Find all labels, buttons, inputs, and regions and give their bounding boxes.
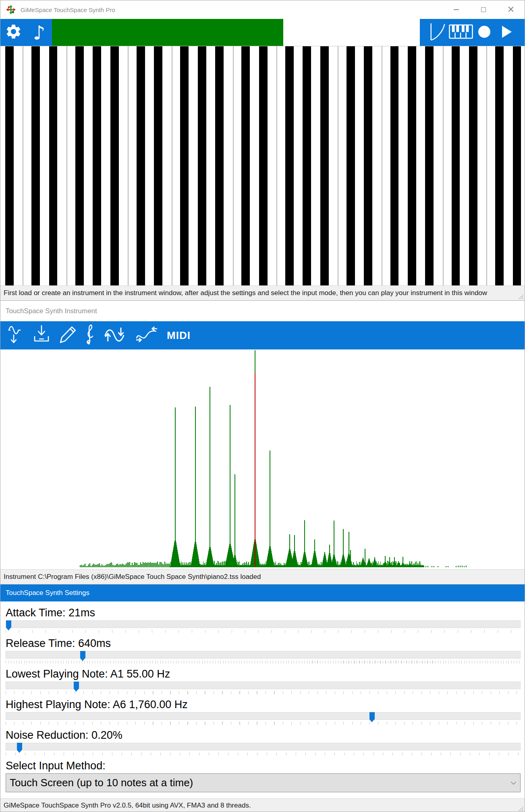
play-button[interactable] — [496, 19, 518, 46]
black-key[interactable] — [452, 46, 460, 285]
white-key-separator — [382, 46, 382, 285]
highest-slider-ticks — [6, 722, 521, 725]
instrument-window: TouchSpace Synth Instrument — [0, 300, 525, 584]
black-key[interactable] — [364, 46, 372, 285]
highest-slider-track[interactable] — [6, 712, 521, 720]
app-status-bar: GiMeSpace TouchSpace Synth Pro v2.0.5, 6… — [0, 798, 525, 812]
white-key-separator — [276, 46, 277, 285]
response-curve-icon — [429, 22, 446, 43]
lowest-slider-ticks — [6, 691, 521, 694]
noise-slider-track[interactable] — [6, 743, 521, 750]
notes-view-button[interactable] — [84, 321, 95, 349]
black-key[interactable] — [137, 46, 145, 285]
black-key[interactable] — [75, 46, 84, 285]
response-curve-button[interactable] — [426, 19, 449, 46]
main-toolbar-right — [420, 19, 525, 46]
instrument-status-bar: Instrument C:\Program Files (x86)\GiMeSp… — [0, 569, 525, 584]
edit-pencil-button[interactable] — [59, 321, 77, 349]
black-key[interactable] — [110, 46, 119, 285]
white-key-separator — [233, 46, 234, 285]
black-key[interactable] — [303, 46, 311, 285]
record-icon — [478, 25, 491, 40]
instrument-title-bar: TouchSpace Synth Instrument — [0, 300, 525, 321]
white-key-separator — [172, 46, 172, 285]
import-sample-button[interactable] — [134, 321, 158, 349]
main-status-bar: First load or create an instrument in th… — [0, 285, 525, 300]
black-key[interactable] — [390, 46, 399, 285]
black-key[interactable] — [198, 46, 206, 285]
title-bar: GiMeSpace TouchSpace Synth Pro ✕ — [0, 0, 525, 19]
attack-slider-label: Attack Time: 21ms — [6, 606, 521, 619]
lowest-slider-thumb[interactable] — [74, 682, 79, 689]
keyboard-view-button[interactable] — [449, 19, 473, 46]
black-key[interactable] — [154, 46, 162, 285]
record-button[interactable] — [473, 19, 496, 46]
black-key[interactable] — [31, 46, 40, 285]
noise-slider-thumb[interactable] — [17, 743, 22, 750]
release-slider-ticks — [6, 661, 521, 663]
treble-clef-icon — [84, 324, 95, 347]
black-key[interactable] — [469, 46, 477, 285]
black-key[interactable] — [408, 46, 416, 285]
instrument-note-button[interactable]: ♪ — [26, 19, 52, 46]
instrument-status-text: Instrument C:\Program Files (x86)\GiMeSp… — [4, 573, 261, 581]
release-slider-row: Release Time: 640ms — [6, 637, 521, 663]
app-window: GiMeSpace TouchSpace Synth Pro ✕ ♪ — [0, 0, 525, 812]
black-key[interactable] — [320, 46, 329, 285]
highest-slider-label: Highest Playing Note: A6 1,760.00 Hz — [6, 698, 521, 711]
release-slider-track[interactable] — [6, 651, 521, 659]
white-key-separator — [486, 46, 487, 285]
attack-slider-thumb[interactable] — [6, 620, 11, 628]
black-key[interactable] — [93, 46, 101, 285]
black-key[interactable] — [241, 46, 250, 285]
noise-slider-ticks — [6, 752, 521, 755]
main-window: GiMeSpace TouchSpace Synth Pro ✕ ♪ — [0, 0, 525, 300]
black-key[interactable] — [5, 46, 14, 285]
settings-button[interactable] — [0, 19, 26, 46]
main-toolbar-left: ♪ — [0, 19, 52, 46]
settings-window: TouchSpace Synth Settings Attack Time: 2… — [0, 584, 525, 812]
release-slider-thumb[interactable] — [80, 651, 85, 658]
piano-keyboard[interactable] — [0, 46, 525, 285]
highest-slider-thumb[interactable] — [369, 712, 375, 719]
maximize-button[interactable] — [470, 0, 497, 19]
black-key[interactable] — [513, 46, 521, 285]
settings-window-title: TouchSpace Synth Settings — [6, 589, 89, 597]
export-sample-button[interactable] — [102, 321, 127, 349]
edit-pencil-icon — [59, 325, 77, 346]
app-status-text: GiMeSpace TouchSpace Synth Pro v2.0.5, 6… — [4, 802, 251, 810]
instrument-window-title: TouchSpace Synth Instrument — [6, 307, 97, 315]
black-key[interactable] — [215, 46, 224, 285]
record-sample-button[interactable] — [6, 321, 24, 349]
black-key[interactable] — [425, 46, 434, 285]
attack-slider-track[interactable] — [6, 620, 521, 628]
black-key[interactable] — [259, 46, 268, 285]
lowest-slider-track[interactable] — [6, 682, 521, 689]
midi-icon[interactable]: MIDI — [167, 329, 191, 342]
spectrum-plot — [0, 349, 525, 569]
close-button[interactable]: ✕ — [497, 0, 525, 19]
piano-keyboard-icon — [449, 24, 473, 41]
black-key[interactable] — [495, 46, 504, 285]
black-key[interactable] — [347, 46, 355, 285]
black-key[interactable] — [285, 46, 294, 285]
minimize-button[interactable] — [442, 0, 470, 19]
settings-title-bar: TouchSpace Synth Settings — [0, 584, 525, 601]
white-key-separator — [23, 46, 23, 285]
import-sample-icon — [134, 325, 158, 345]
chevron-down-icon — [511, 779, 516, 785]
main-toolbar: ♪ — [0, 19, 525, 46]
spectrum-panel — [0, 349, 525, 569]
release-slider-label: Release Time: 640ms — [6, 637, 521, 650]
black-key[interactable] — [49, 46, 58, 285]
input-method-dropdown[interactable]: Touch Screen (up to 10 notes at a time) — [6, 773, 521, 792]
resize-grip-bottom[interactable] — [519, 806, 523, 811]
export-sample-icon — [102, 325, 127, 345]
white-key-separator — [66, 46, 67, 285]
resize-grip[interactable] — [519, 294, 523, 299]
settings-body: Attack Time: 21msRelease Time: 640msLowe… — [0, 601, 525, 798]
window-title: GiMeSpace TouchSpace Synth Pro — [21, 6, 442, 13]
black-key[interactable] — [180, 46, 189, 285]
level-progress-bar — [52, 19, 283, 46]
load-instrument-button[interactable] — [31, 321, 52, 349]
